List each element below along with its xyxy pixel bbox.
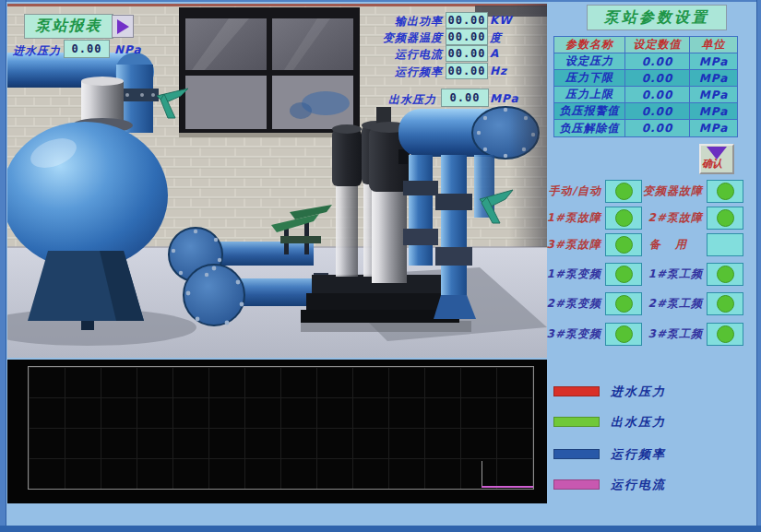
metric-unit: 度 bbox=[490, 30, 502, 46]
legend-label-inlet: 进水压力 bbox=[611, 384, 666, 400]
tank-top-cylinder bbox=[81, 81, 124, 124]
indicator-lamp-vfd-fault bbox=[707, 180, 743, 203]
indicator-lamp-pump3-vfd bbox=[605, 323, 642, 346]
ceiling-edge bbox=[7, 4, 547, 6]
metric-value: 00.00 bbox=[446, 29, 488, 45]
param-unit: MPa bbox=[690, 53, 737, 70]
table-row: 压力下限 0.00 MPa bbox=[554, 70, 737, 87]
indicator-label-spare: 备 用 bbox=[638, 237, 703, 253]
lamp-on-icon bbox=[717, 266, 734, 283]
col-unit: 单位 bbox=[690, 37, 737, 53]
param-name: 负压解除值 bbox=[554, 120, 625, 136]
inlet-pressure-unit: NPa bbox=[114, 43, 142, 56]
indicator-lamp-spare bbox=[707, 233, 743, 256]
indicator-label-pump1-mains: 1#泵工频 bbox=[638, 266, 703, 282]
table-row: 设定压力 0.00 MPa bbox=[554, 53, 737, 70]
metric-unit: KW bbox=[490, 14, 513, 27]
table-row: 压力上限 0.00 MPa bbox=[554, 87, 737, 103]
legend-label-current: 运行电流 bbox=[611, 477, 666, 493]
indicator-lamp-pump2-fault bbox=[707, 207, 743, 230]
pump-station-3d-view: 泵站报表 进水压力 0.00 NPa 输出功率 00.00 KW 变频器温度 0… bbox=[7, 4, 547, 358]
trend-chart bbox=[7, 360, 547, 503]
inlet-pressure-value: 0.00 bbox=[64, 40, 110, 58]
trend-trace-current bbox=[482, 486, 533, 488]
settings-table-header: 参数名称 设定数值 单位 bbox=[554, 37, 737, 53]
indicator-label-pump2-vfd: 2#泵变频 bbox=[541, 296, 601, 312]
lamp-on-icon bbox=[615, 295, 633, 313]
metric-label: 输出功率 bbox=[376, 14, 443, 30]
report-button[interactable]: 泵站报表 bbox=[24, 14, 113, 39]
param-unit: MPa bbox=[690, 87, 737, 103]
metric-label: 变频器温度 bbox=[367, 30, 443, 46]
metric-value: 00.00 bbox=[446, 63, 488, 79]
indicator-label-pump1-vfd: 1#泵变频 bbox=[541, 266, 601, 282]
table-row: 负压报警值 0.00 MPa bbox=[554, 103, 737, 120]
metric-label: 运行电流 bbox=[376, 47, 443, 63]
legend-swatch-outlet bbox=[553, 417, 600, 427]
trend-cursor bbox=[482, 461, 482, 487]
legend-swatch-frequency bbox=[553, 449, 600, 459]
window-border-right bbox=[756, 0, 761, 532]
col-param-name: 参数名称 bbox=[554, 37, 625, 53]
outlet-pressure-label: 出水压力 bbox=[388, 92, 436, 108]
legend-label-outlet: 出水压力 bbox=[611, 414, 666, 431]
pump-1 bbox=[332, 124, 362, 277]
param-unit: MPa bbox=[690, 120, 737, 136]
confirm-button-label: 确认 bbox=[702, 157, 722, 171]
indicator-label-pump3-fault: 3#泵故障 bbox=[541, 237, 601, 253]
indicator-label-pump3-mains: 3#泵工频 bbox=[638, 326, 703, 342]
lamp-on-icon bbox=[615, 183, 633, 200]
outlet-pressure-value: 0.00 bbox=[441, 89, 489, 107]
tank-sphere bbox=[7, 122, 168, 269]
indicator-lamp-pump1-vfd bbox=[605, 263, 642, 286]
lamp-on-icon bbox=[615, 236, 633, 254]
param-value[interactable]: 0.00 bbox=[625, 53, 690, 70]
table-row: 负压解除值 0.00 MPa bbox=[554, 120, 737, 136]
play-triangle-icon bbox=[117, 19, 129, 34]
window-border-top bbox=[0, 0, 761, 2]
inlet-pressure-label: 进水压力 bbox=[13, 43, 61, 59]
param-name: 负压报警值 bbox=[554, 103, 625, 120]
indicator-lamp-pump3-fault bbox=[605, 233, 642, 256]
legend-label-frequency: 运行频率 bbox=[611, 446, 666, 463]
indicator-label-pump2-fault: 2#泵故障 bbox=[638, 210, 703, 226]
indicator-label-manual-auto: 手动/自动 bbox=[541, 183, 601, 199]
metric-value: 00.00 bbox=[446, 12, 488, 29]
lamp-on-icon bbox=[717, 295, 734, 313]
legend-swatch-inlet bbox=[553, 386, 600, 396]
metric-unit: A bbox=[490, 47, 499, 60]
param-value[interactable]: 0.00 bbox=[625, 103, 690, 120]
pump-station-hmi: 泵站报表 进水压力 0.00 NPa 输出功率 00.00 KW 变频器温度 0… bbox=[0, 0, 761, 532]
settings-table: 参数名称 设定数值 单位 设定压力 0.00 MPa 压力下限 0.00 MPa… bbox=[553, 36, 738, 137]
indicator-lamp-pump1-fault bbox=[605, 207, 642, 230]
window-border-left bbox=[0, 0, 6, 532]
metric-value: 00.00 bbox=[446, 45, 488, 62]
indicator-label-pump3-vfd: 3#泵变频 bbox=[541, 326, 601, 342]
metric-label: 运行频率 bbox=[376, 65, 443, 80]
report-play-button[interactable] bbox=[112, 15, 134, 38]
lamp-on-icon bbox=[717, 183, 734, 200]
indicator-lamp-manual-auto bbox=[605, 180, 642, 203]
indicator-label-pump1-fault: 1#泵故障 bbox=[541, 210, 601, 226]
confirm-button[interactable]: 确认 bbox=[699, 144, 734, 174]
lamp-on-icon bbox=[615, 266, 633, 283]
param-name: 设定压力 bbox=[554, 53, 625, 70]
indicator-lamp-pump2-vfd bbox=[605, 292, 642, 315]
legend-swatch-current bbox=[553, 479, 600, 490]
window-border-bottom bbox=[0, 526, 761, 532]
indicator-lamp-pump2-mains bbox=[707, 292, 743, 315]
param-value[interactable]: 0.00 bbox=[625, 87, 690, 103]
indicator-lamp-pump3-mains bbox=[707, 323, 743, 346]
lamp-on-icon bbox=[717, 209, 734, 227]
param-name: 压力上限 bbox=[554, 87, 625, 103]
indicator-label-vfd-fault: 变频器故障 bbox=[638, 183, 703, 199]
outlet-pressure-unit: MPa bbox=[490, 92, 519, 105]
lamp-on-icon bbox=[615, 209, 633, 227]
param-value[interactable]: 0.00 bbox=[625, 70, 690, 87]
col-set-value: 设定数值 bbox=[625, 37, 690, 53]
lamp-on-icon bbox=[615, 325, 633, 343]
settings-panel-title: 泵站参数设置 bbox=[587, 5, 727, 30]
window bbox=[179, 7, 360, 137]
param-value[interactable]: 0.00 bbox=[625, 120, 690, 136]
param-unit: MPa bbox=[690, 103, 737, 120]
